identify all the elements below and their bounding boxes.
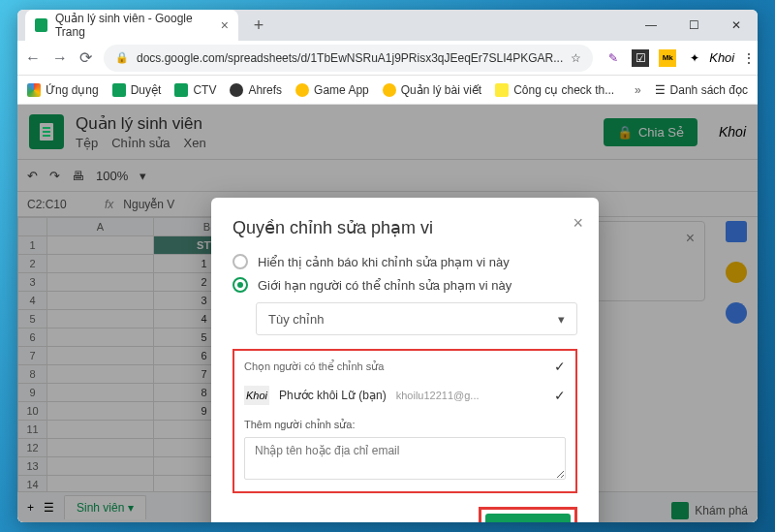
ext-icon-3[interactable]: Mk xyxy=(659,49,676,67)
bookmarks-bar: Ứng dụng Duyệt CTV Ahrefs Game App Quản … xyxy=(17,76,758,105)
editors-section-label: Chọn người có thể chỉnh sửa ✓ xyxy=(244,359,566,374)
browser-window: Quản lý sinh viên - Google Trang × + — ☐… xyxy=(17,10,758,522)
done-highlight: Đã xong xyxy=(479,507,577,522)
maximize-button[interactable]: ☐ xyxy=(672,10,715,41)
bookmark-quanly[interactable]: Quản lý bài viết xyxy=(383,83,481,97)
radio-unselected-icon xyxy=(232,254,248,269)
ext-icon-1[interactable]: ✎ xyxy=(604,49,622,67)
window-controls: — ☐ ✕ xyxy=(630,10,758,41)
address-bar: ← → ⟳ 🔒 docs.google.com/spreadsheets/d/1… xyxy=(17,41,758,76)
ext-icon-2[interactable]: ☑ xyxy=(632,49,649,67)
url-text: docs.google.com/spreadsheets/d/1TbEwNSRu… xyxy=(137,51,563,65)
browser-tab[interactable]: Quản lý sinh viên - Google Trang × xyxy=(25,10,238,41)
titlebar: Quản lý sinh viên - Google Trang × + — ☐… xyxy=(17,10,758,41)
reload-button[interactable]: ⟳ xyxy=(79,49,92,67)
editor-avatar: Khoi xyxy=(244,386,269,405)
editor-email: khoilu12211@g... xyxy=(396,390,480,401)
restrict-dropdown[interactable]: Tùy chỉnh ▾ xyxy=(256,302,577,335)
bookmark-congcu[interactable]: Công cụ check th... xyxy=(495,83,614,97)
done-button[interactable]: Đã xong xyxy=(485,514,571,522)
browser-menu-icon[interactable]: ⋮ xyxy=(740,49,758,67)
option-warning[interactable]: Hiển thị cảnh báo khi chỉnh sửa phạm vi … xyxy=(232,254,577,269)
editor-row: Khoi Phước khôi Lữ (bạn) khoilu12211@g..… xyxy=(244,382,566,409)
apps-button[interactable]: Ứng dụng xyxy=(27,83,99,97)
range-permissions-dialog: Quyền chỉnh sửa phạm vi × Hiển thị cảnh … xyxy=(211,198,599,522)
bookmark-ahrefs[interactable]: Ahrefs xyxy=(230,83,282,97)
reading-list[interactable]: ☰Danh sách đọc xyxy=(655,83,748,97)
dialog-title: Quyền chỉnh sửa phạm vi xyxy=(232,217,577,238)
back-button[interactable]: ← xyxy=(25,49,41,67)
dialog-close-icon[interactable]: × xyxy=(573,213,583,234)
sheets-favicon xyxy=(35,18,47,32)
minimize-button[interactable]: — xyxy=(630,10,672,41)
check-icon[interactable]: ✓ xyxy=(554,359,566,374)
extensions-menu-icon[interactable]: ✦ xyxy=(686,49,703,67)
forward-button[interactable]: → xyxy=(52,49,68,67)
tab-title: Quản lý sinh viên - Google Trang xyxy=(55,12,213,39)
star-icon[interactable]: ☆ xyxy=(571,51,581,65)
sheets-app: Quản lý sinh viên Tệp Chỉnh sửa Xen 🔒Chi… xyxy=(17,105,758,522)
bookmark-duyet[interactable]: Duyệt xyxy=(112,83,162,97)
check-icon[interactable]: ✓ xyxy=(554,388,566,403)
chevron-down-icon: ▾ xyxy=(558,312,565,327)
profile-icon[interactable]: Khoi xyxy=(713,49,730,67)
close-window-button[interactable]: ✕ xyxy=(715,10,758,41)
bookmark-ctv[interactable]: CTV xyxy=(174,83,216,97)
extensions: ✎ ☑ Mk ✦ Khoi ⋮ xyxy=(604,49,758,67)
add-editors-label: Thêm người chỉnh sửa: xyxy=(244,419,566,431)
add-editors-input[interactable] xyxy=(244,437,566,480)
radio-selected-icon xyxy=(232,277,248,293)
editors-section: Chọn người có thể chỉnh sửa ✓ Khoi Phước… xyxy=(232,349,577,493)
option-restrict[interactable]: Giới hạn người có thể chỉnh sửa phạm vi … xyxy=(232,277,577,293)
url-field[interactable]: 🔒 docs.google.com/spreadsheets/d/1TbEwNS… xyxy=(104,45,593,72)
lock-icon: 🔒 xyxy=(115,51,129,64)
new-tab-button[interactable]: + xyxy=(246,13,271,38)
close-tab-icon[interactable]: × xyxy=(221,17,229,33)
editor-name: Phước khôi Lữ (bạn) xyxy=(279,389,387,402)
bookmark-gameapp[interactable]: Game App xyxy=(295,83,369,97)
bookmark-overflow[interactable]: » xyxy=(635,83,641,97)
list-icon: ☰ xyxy=(655,83,666,97)
